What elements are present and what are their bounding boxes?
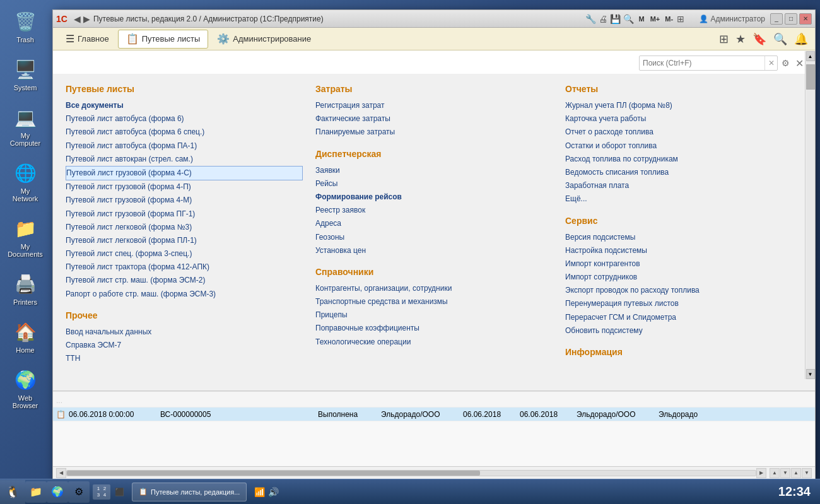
nav-link-eshhe[interactable]: Ещё... — [565, 192, 802, 206]
nav-link-zarpAlata[interactable]: Заработная плата — [565, 179, 802, 192]
title-icon-grid[interactable]: ⊞ — [677, 14, 684, 24]
window-minimize-btn[interactable]: _ — [770, 13, 783, 25]
menu-item-main[interactable]: ☰ Главное — [58, 30, 117, 49]
nav-link-popravkoef[interactable]: Поправочные коэффициенты — [315, 322, 553, 335]
scroll-down-btn[interactable]: ▼ — [806, 369, 815, 379]
nav-link-raport[interactable]: Рапорт о работе стр. маш. (форма ЭСМ-3) — [66, 288, 303, 301]
nav-link-versiya[interactable]: Версия подсистемы — [565, 231, 802, 244]
desktop-icon-system[interactable]: 🖥️ System — [3, 54, 47, 94]
desktop-icon-home[interactable]: 🏠 Home — [3, 317, 47, 356]
nav-link-planzatrat[interactable]: Планируемые затраты — [315, 126, 553, 139]
nav-link-spec3[interactable]: Путевой лист спец. (форма 3-спец.) — [66, 247, 303, 261]
nav-link-avtobus6spec[interactable]: Путевой лист автобуса (форма 6 спец.) — [66, 126, 303, 139]
nav-link-eksport[interactable]: Экспорт проводок по расходу топлива — [565, 284, 802, 297]
nav-link-gruzovoy4s[interactable]: Путевой лист грузовой (форма 4-С) — [66, 166, 303, 180]
nav-link-vsedokumenty[interactable]: Все документы — [66, 99, 303, 112]
bookmark-icon[interactable]: 🔖 — [751, 30, 768, 48]
taskbar-icon-2[interactable]: 🌍 — [47, 481, 68, 503]
tray-icon-2[interactable]: 🔊 — [268, 487, 279, 497]
menu-item-admin[interactable]: ⚙️ Администрирование — [209, 30, 319, 49]
scroll-left-btn[interactable]: ◀ — [56, 468, 66, 478]
nav-link-faktzatrat[interactable]: Фактические затраты — [315, 112, 553, 126]
nav-link-formreysy[interactable]: Формирование рейсов — [315, 190, 553, 204]
menu-item-putevye[interactable]: 📋 Путевые листы — [118, 30, 209, 49]
scroll-down2-btn[interactable]: ▼ — [780, 468, 790, 478]
nav-link-avtobuspa1[interactable]: Путевой лист автобуса (форма ПА-1) — [66, 139, 303, 153]
nav-link-zhurnal[interactable]: Журнал учета ПЛ (форма №8) — [565, 99, 802, 112]
search-input[interactable] — [640, 59, 764, 67]
nav-link-gruzovoy4p[interactable]: Путевой лист грузовой (форма 4-П) — [66, 180, 303, 194]
scroll-down3-btn[interactable]: ▼ — [802, 468, 812, 478]
start-button[interactable]: 🐧 — [0, 480, 25, 504]
title-icon-1[interactable]: ◀ — [74, 14, 81, 24]
desktop-icon-webbrowser[interactable]: 🌍 WebBrowser — [3, 365, 47, 412]
window-maximize-btn[interactable]: □ — [785, 13, 797, 25]
title-icon-2[interactable]: ▶ — [83, 14, 90, 24]
desktop-icon-printers[interactable]: 🖨️ Printers — [3, 269, 47, 308]
taskbar-extra-icon[interactable]: ⬛ — [112, 488, 127, 496]
scroll-thumb-v[interactable] — [806, 64, 815, 90]
table-row-hidden[interactable]: ... — [53, 394, 815, 407]
nav-link-otchetToplivu[interactable]: Отчет о расходе топлива — [565, 126, 802, 139]
desktop-icon-mydocuments[interactable]: 📁 MyDocuments — [3, 213, 47, 261]
scroll-right-btn[interactable]: ▶ — [756, 468, 766, 478]
desktop-icon-mycomputer[interactable]: 💻 MyComputer — [3, 102, 47, 149]
nav-link-legkovoyPL1[interactable]: Путевой лист легковой (форма ПЛ-1) — [66, 234, 303, 247]
taskbar-icon-3[interactable]: ⚙ — [68, 481, 90, 503]
table-row-main[interactable]: 📋 06.06.2018 0:00:00 ВС-000000005 Выполн… — [53, 407, 815, 421]
nav-link-vedomost[interactable]: Ведомость списания топлива — [565, 166, 802, 179]
apps-icon[interactable]: ⊞ — [717, 30, 730, 48]
nav-link-transport[interactable]: Транспортные средства и механизмы — [315, 295, 553, 308]
window-close-btn[interactable]: ✕ — [799, 13, 812, 25]
scroll-up3-btn[interactable]: ▲ — [791, 468, 801, 478]
nav-link-kontragenty[interactable]: Контрагенты, организации, сотрудники — [315, 282, 553, 295]
scroll-up2-btn[interactable]: ▲ — [770, 468, 780, 478]
nav-link-spravkaesm7[interactable]: Справка ЭСМ-7 — [66, 339, 303, 352]
taskbar-window-btn[interactable]: 📋 Путевые листы, редакция... — [132, 483, 247, 501]
nav-link-gruzovoyPG1[interactable]: Путевой лист грузовой (форма ПГ-1) — [66, 208, 303, 221]
taskbar-icon-1[interactable]: 📁 — [25, 481, 47, 503]
nav-link-pereraschet[interactable]: Перерасчет ГСМ и Спидометра — [565, 311, 802, 324]
desktop-icon-mynetwork[interactable]: 🌐 MyNetwork — [3, 158, 47, 205]
star-icon[interactable]: ★ — [734, 30, 747, 48]
nav-link-legkovoy3[interactable]: Путевой лист легковой (форма №3) — [66, 221, 303, 234]
search-clear-btn[interactable]: ✕ — [764, 56, 777, 70]
bell-icon[interactable]: 🔔 — [792, 30, 810, 48]
search-settings-icon[interactable]: ⚙ — [778, 56, 793, 71]
tray-icon-1[interactable]: 📶 — [254, 487, 265, 497]
vertical-scrollbar[interactable]: ▲ ▼ — [805, 51, 815, 379]
nav-link-adresa[interactable]: Адреса — [315, 217, 553, 230]
nav-link-geozony[interactable]: Геозоны — [315, 231, 553, 244]
scroll-up-btn[interactable]: ▲ — [806, 51, 815, 61]
title-icon-disk[interactable]: 💾 — [610, 14, 621, 24]
title-icon-print[interactable]: 🖨 — [599, 14, 607, 24]
nav-link-pricepy[interactable]: Прицепы — [315, 308, 553, 322]
nav-link-vvod[interactable]: Ввод начальных данных — [66, 325, 303, 339]
scroll-thumb-h[interactable] — [67, 471, 480, 476]
nav-link-kartochka[interactable]: Карточка учета работы — [565, 112, 802, 126]
nav-link-reysy[interactable]: Рейсы — [315, 177, 553, 190]
search-close-icon[interactable]: ✕ — [793, 56, 805, 71]
nav-link-reestrzayavok[interactable]: Реестр заявок — [315, 204, 553, 217]
nav-link-ostatki[interactable]: Остатки и оборот топлива — [565, 139, 802, 153]
nav-link-nastroyka[interactable]: Настройка подсистемы — [565, 244, 802, 257]
nav-link-ustanovkacen[interactable]: Установка цен — [315, 244, 553, 257]
nav-link-importsotrud[interactable]: Импорт сотрудников — [565, 271, 802, 284]
nav-link-perenumer[interactable]: Перенумерация путевых листов — [565, 297, 802, 310]
nav-link-texoper[interactable]: Технологические операции — [315, 336, 553, 349]
nav-link-avtobus6[interactable]: Путевой лист автобуса (форма 6) — [66, 112, 303, 126]
nav-link-rashod[interactable]: Расход топлива по сотрудникам — [565, 153, 802, 166]
nav-link-ttn[interactable]: ТТН — [66, 352, 303, 365]
nav-link-importkontr[interactable]: Импорт контрагентов — [565, 257, 802, 271]
title-icon-tools[interactable]: 🔧 — [585, 14, 596, 24]
nav-link-traktor[interactable]: Путевой лист трактора (форма 412-АПК) — [66, 261, 303, 274]
nav-link-strmash2[interactable]: Путевой лист стр. маш. (форма ЭСМ-2) — [66, 274, 303, 287]
nav-link-obnovit[interactable]: Обновить подсистему — [565, 324, 802, 337]
desktop-icon-trash[interactable]: 🗑️ Trash — [3, 6, 47, 46]
search-main-icon[interactable]: 🔍 — [771, 30, 789, 48]
nav-link-zayavki[interactable]: Заявки — [315, 164, 553, 177]
title-icon-search[interactable]: 🔍 — [623, 14, 634, 24]
nav-link-regzatrat[interactable]: Регистрация затрат — [315, 99, 553, 112]
nav-link-avtokran[interactable]: Путевой лист автокран (стрел. сам.) — [66, 153, 303, 166]
nav-link-gruzovoy4m[interactable]: Путевой лист грузовой (форма 4-М) — [66, 194, 303, 207]
